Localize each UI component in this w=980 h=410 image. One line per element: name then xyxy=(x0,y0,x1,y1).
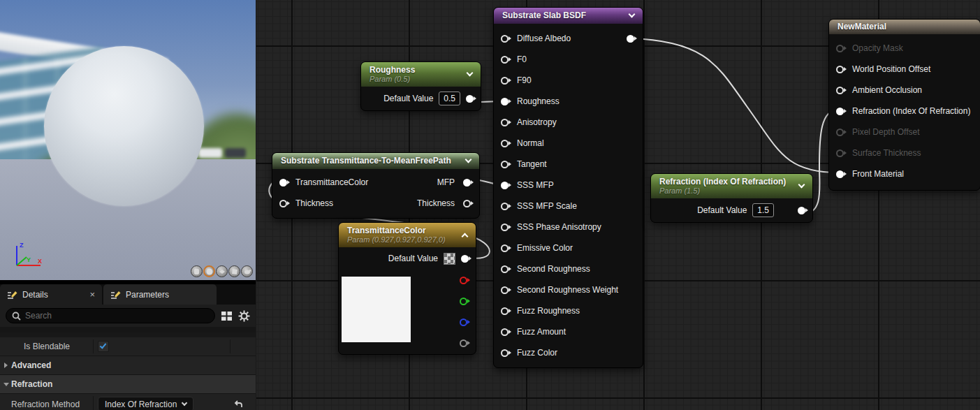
panel-tab-bar: Details × Parameters xyxy=(0,284,256,305)
pin-row: SSS MFP xyxy=(494,175,643,196)
pin-row: Fuzz Color xyxy=(494,342,643,363)
default-value-input[interactable]: 1.5 xyxy=(752,203,774,217)
input-pin[interactable] xyxy=(501,140,509,147)
node-header[interactable]: Substrate Transmittance-To-MeanFreePath xyxy=(272,153,479,169)
input-pin[interactable] xyxy=(501,265,509,273)
tab-parameters-label: Parameters xyxy=(126,290,169,300)
pin-row: SSS Phase Anisotropy xyxy=(494,217,643,237)
input-pin[interactable] xyxy=(501,224,509,231)
input-pin[interactable] xyxy=(501,328,509,336)
node-header[interactable]: TransmittanceColor Param (0.927,0.927,0.… xyxy=(339,223,476,247)
output-pin[interactable] xyxy=(463,200,471,207)
output-pin[interactable] xyxy=(627,35,634,43)
preview-shape-cylinder-button[interactable] xyxy=(191,265,203,277)
category-row-advanced[interactable]: Advanced xyxy=(0,356,256,375)
pin-row: Diffuse Albedo xyxy=(494,28,643,49)
node-header[interactable]: NewMaterial xyxy=(829,20,980,34)
preview-shape-cube-button[interactable] xyxy=(228,265,240,277)
pin-label: Surface Thickness xyxy=(852,148,921,158)
input-pin[interactable] xyxy=(279,179,287,186)
input-pin[interactable] xyxy=(501,119,509,126)
reset-to-default-icon[interactable] xyxy=(233,400,243,409)
input-pin[interactable] xyxy=(501,56,509,64)
input-pin[interactable] xyxy=(501,98,509,105)
node-roughness[interactable]: Roughness Param (0.5) Default Value 0.5 xyxy=(360,61,481,111)
color-value-checker-swatch[interactable] xyxy=(444,253,455,265)
input-pin[interactable] xyxy=(279,200,287,207)
input-pin[interactable] xyxy=(501,161,509,168)
input-pin[interactable] xyxy=(501,35,509,43)
output-pin-b[interactable] xyxy=(460,319,467,326)
node-transmittance-to-meanfreepath[interactable]: Substrate Transmittance-To-MeanFreePath … xyxy=(272,152,480,219)
collapsed-arrow-icon xyxy=(4,363,8,368)
input-pin[interactable] xyxy=(501,244,509,252)
input-pin[interactable] xyxy=(501,307,509,315)
input-pin[interactable] xyxy=(836,87,844,94)
input-pin[interactable] xyxy=(836,129,844,136)
node-transmittance-color[interactable]: TransmittanceColor Param (0.927,0.927,0.… xyxy=(338,222,476,355)
output-pin[interactable] xyxy=(798,207,805,214)
category-row-refraction[interactable]: Refraction xyxy=(0,375,256,394)
pin-label: Front Material xyxy=(852,169,904,179)
property-row-is-blendable: Is Blendable xyxy=(0,337,256,356)
gear-icon[interactable] xyxy=(238,310,250,322)
node-roughness-header[interactable]: Roughness Param (0.5) xyxy=(361,62,481,87)
chevron-down-icon xyxy=(182,400,187,406)
cube-icon xyxy=(231,268,238,275)
node-title: Roughness xyxy=(370,65,474,75)
refraction-method-dropdown[interactable]: Index Of Refraction xyxy=(98,397,193,410)
input-pin[interactable] xyxy=(501,77,509,85)
input-pin[interactable] xyxy=(501,182,509,189)
input-pin[interactable] xyxy=(836,170,844,178)
preview-shape-plane-button[interactable] xyxy=(216,265,228,277)
node-new-material[interactable]: NewMaterial Opacity Mask World Position … xyxy=(828,19,980,191)
output-pin-a[interactable] xyxy=(460,339,467,347)
is-blendable-checkbox[interactable] xyxy=(98,341,109,352)
input-pin[interactable] xyxy=(501,286,509,294)
display-filter-icon[interactable] xyxy=(221,311,233,321)
output-pin-rgb[interactable] xyxy=(461,255,469,263)
material-graph-canvas[interactable]: Roughness Param (0.5) Default Value 0.5 … xyxy=(256,0,980,410)
node-refraction[interactable]: Refraction (Index Of Refraction) Param (… xyxy=(650,173,813,223)
input-pin[interactable] xyxy=(501,203,509,210)
pin-row: Front Material xyxy=(829,163,980,184)
details-panel: Details × Parameters xyxy=(0,284,256,410)
close-icon[interactable]: × xyxy=(89,290,95,299)
chevron-down-icon[interactable] xyxy=(629,10,636,17)
input-pin[interactable] xyxy=(836,45,844,52)
car-white xyxy=(198,148,222,158)
node-header[interactable]: Refraction (Index Of Refraction) Param (… xyxy=(651,174,812,198)
pin-label: Refraction (Index Of Refraction) xyxy=(852,106,970,116)
tab-parameters[interactable]: Parameters xyxy=(103,284,217,305)
node-header[interactable]: Substrate Slab BSDF xyxy=(494,8,643,24)
pin-label: TransmittanceColor xyxy=(295,177,368,187)
pin-label: F90 xyxy=(517,75,532,85)
node-substrate-slab-bsdf[interactable]: Substrate Slab BSDF Diffuse Albedo F0 F9… xyxy=(493,7,643,368)
default-value-input[interactable]: 0.5 xyxy=(439,91,460,105)
output-pin[interactable] xyxy=(466,95,474,103)
chevron-down-icon[interactable] xyxy=(465,156,472,163)
search-box[interactable] xyxy=(6,308,215,323)
output-pin[interactable] xyxy=(463,179,471,186)
preview-shape-buttons xyxy=(191,265,253,277)
refraction-method-label: Refraction Method xyxy=(0,400,80,409)
node-title: TransmittanceColor xyxy=(347,226,469,235)
refraction-method-value: Index Of Refraction xyxy=(105,400,177,409)
preview-shape-teapot-button[interactable] xyxy=(241,265,253,277)
pin-row: F90 xyxy=(494,70,643,91)
search-icon xyxy=(12,312,21,321)
tab-details[interactable]: Details × xyxy=(0,284,102,305)
input-pin[interactable] xyxy=(836,108,844,115)
material-preview-viewport[interactable]: Z Y X xyxy=(0,0,256,280)
output-pin-g[interactable] xyxy=(460,298,467,305)
details-property-rows: Is Blendable Advanced Refraction Refract… xyxy=(0,332,256,410)
input-pin[interactable] xyxy=(501,349,509,357)
input-pin[interactable] xyxy=(836,149,844,157)
color-preview-swatch[interactable] xyxy=(342,277,411,342)
input-pin[interactable] xyxy=(836,66,844,73)
teapot-icon xyxy=(243,268,251,274)
output-pin-r[interactable] xyxy=(460,277,467,284)
wire-slab-to-frontmaterial[interactable] xyxy=(630,38,838,173)
search-input[interactable] xyxy=(25,311,193,321)
preview-shape-sphere-button[interactable] xyxy=(203,265,215,277)
